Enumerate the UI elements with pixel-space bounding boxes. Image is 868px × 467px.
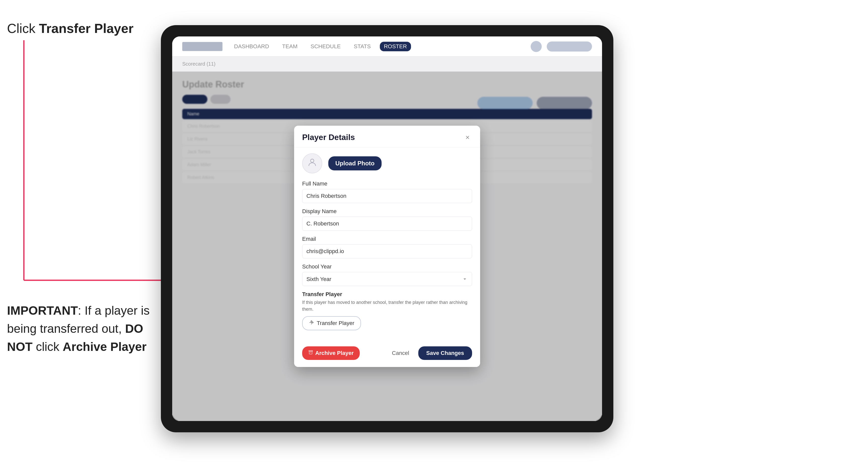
nav-item-team[interactable]: TEAM (278, 42, 301, 51)
nav-items: DASHBOARD TEAM SCHEDULE STATS ROSTER (230, 42, 523, 51)
header-avatar (531, 41, 542, 52)
transfer-player-button[interactable]: Transfer Player (302, 316, 361, 330)
instruction-prefix: Click (7, 21, 39, 36)
email-input[interactable] (302, 244, 472, 258)
modal-header: Player Details × (294, 126, 480, 147)
header-right (531, 41, 592, 52)
transfer-icon (309, 320, 314, 327)
app-header: DASHBOARD TEAM SCHEDULE STATS ROSTER (172, 36, 602, 57)
avatar-placeholder (302, 153, 322, 174)
header-add-btn (547, 41, 592, 52)
transfer-section-title: Transfer Player (302, 291, 472, 298)
email-label: Email (302, 236, 472, 242)
nav-item-roster[interactable]: ROSTER (380, 42, 411, 51)
email-group: Email (302, 236, 472, 258)
instruction-archive: Archive Player (63, 340, 147, 353)
display-name-label: Display Name (302, 208, 472, 215)
full-name-label: Full Name (302, 181, 472, 187)
modal-close-button[interactable]: × (463, 133, 472, 142)
modal-title: Player Details (302, 133, 355, 142)
modal-overlay: Player Details × (172, 72, 602, 421)
instruction-top: Click Transfer Player (7, 20, 133, 37)
nav-item-stats[interactable]: STATS (350, 42, 375, 51)
breadcrumb: Scorecard (11) (182, 61, 215, 67)
school-year-label: School Year (302, 263, 472, 270)
avatar-icon (307, 157, 317, 170)
player-details-modal: Player Details × (294, 126, 480, 367)
modal-body: Upload Photo Full Name Display Name (294, 147, 480, 342)
tablet-device: DASHBOARD TEAM SCHEDULE STATS ROSTER (161, 25, 613, 432)
cancel-button[interactable]: Cancel (387, 346, 414, 360)
instruction-important: IMPORTANT (7, 304, 78, 317)
transfer-btn-label: Transfer Player (317, 320, 354, 326)
nav-item-dashboard[interactable]: DASHBOARD (230, 42, 273, 51)
svg-rect-4 (309, 351, 313, 351)
display-name-group: Display Name (302, 208, 472, 231)
upload-photo-button[interactable]: Upload Photo (328, 156, 381, 170)
photo-section: Upload Photo (302, 153, 472, 174)
transfer-section: Transfer Player If this player has moved… (302, 291, 472, 330)
archive-player-button[interactable]: Archive Player (302, 346, 360, 360)
display-name-input[interactable] (302, 217, 472, 231)
save-changes-button[interactable]: Save Changes (418, 346, 472, 360)
instruction-part3: click (32, 340, 63, 353)
transfer-description: If this player has moved to another scho… (302, 299, 472, 313)
full-name-input[interactable] (302, 189, 472, 203)
instruction-bottom: IMPORTANT: If a player isbeing transferr… (7, 302, 150, 356)
school-year-select[interactable]: First Year Second Year Third Year Fourth… (302, 272, 472, 286)
sub-header: Scorecard (11) (172, 57, 602, 72)
school-year-group: School Year First Year Second Year Third… (302, 263, 472, 286)
svg-point-3 (310, 159, 314, 162)
instruction-action: Transfer Player (39, 21, 133, 36)
nav-item-schedule[interactable]: SCHEDULE (306, 42, 345, 51)
full-name-group: Full Name (302, 181, 472, 203)
archive-btn-label: Archive Player (315, 350, 354, 356)
tablet-screen: DASHBOARD TEAM SCHEDULE STATS ROSTER (172, 36, 602, 421)
app-logo (182, 42, 222, 51)
archive-icon (308, 350, 313, 356)
modal-footer: Archive Player Cancel Save Changes (294, 342, 480, 367)
main-content: Update Roster Name Chris Robertson Liz R… (172, 72, 602, 421)
